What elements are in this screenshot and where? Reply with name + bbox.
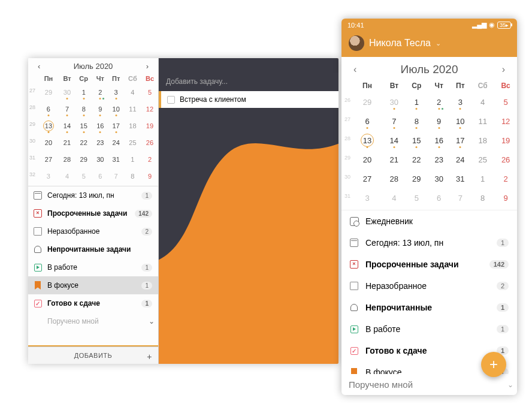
calendar-day[interactable]: 2: [494, 169, 517, 188]
filter-item[interactable]: Неразобранное2: [341, 275, 517, 297]
calendar-day[interactable]: 19: [494, 131, 517, 150]
calendar-day[interactable]: 27: [351, 169, 383, 188]
filter-item[interactable]: Неразобранное2: [28, 222, 158, 240]
calendar-day[interactable]: 17: [449, 131, 471, 150]
filter-item[interactable]: В работе1: [28, 258, 158, 276]
filter-item[interactable]: В работе1: [341, 318, 517, 340]
calendar-day[interactable]: 29: [38, 84, 59, 101]
calendar-day[interactable]: 8: [471, 188, 494, 207]
calendar-day[interactable]: 9: [428, 111, 450, 131]
calendar-day[interactable]: 16: [92, 117, 108, 134]
calendar-day[interactable]: 5: [141, 84, 158, 101]
calendar-day[interactable]: 22: [75, 134, 92, 151]
calendar-day[interactable]: 31: [449, 169, 471, 188]
calendar-day[interactable]: 2: [92, 84, 108, 101]
calendar-day[interactable]: 7: [108, 168, 123, 185]
calendar-day[interactable]: 2: [141, 151, 158, 168]
calendar-day[interactable]: 29: [405, 169, 428, 188]
calendar-day[interactable]: 24: [108, 134, 123, 151]
calendar-day[interactable]: 18: [471, 131, 494, 150]
calendar-day[interactable]: 9: [92, 101, 108, 117]
calendar-day[interactable]: 10: [108, 101, 123, 117]
m-next-month-button[interactable]: ›: [498, 61, 509, 79]
calendar-day[interactable]: 15: [75, 117, 92, 134]
prev-month-button[interactable]: ‹: [35, 59, 43, 73]
calendar-day[interactable]: 13: [38, 117, 59, 134]
m-prev-month-button[interactable]: ‹: [350, 61, 360, 79]
filter-item[interactable]: ✓Готово к сдаче1: [28, 294, 158, 312]
calendar-day[interactable]: 9: [141, 168, 158, 185]
calendar-day[interactable]: 30: [428, 169, 450, 188]
filter-item[interactable]: Ежедневник: [341, 210, 517, 232]
calendar-day[interactable]: 4: [59, 168, 75, 185]
calendar-day[interactable]: 21: [59, 134, 75, 151]
calendar-day[interactable]: 1: [471, 169, 494, 188]
task-checkbox[interactable]: [167, 96, 175, 104]
calendar-day[interactable]: 16: [428, 131, 450, 150]
calendar-day[interactable]: 21: [383, 150, 405, 169]
fab-add-button[interactable]: +: [481, 352, 506, 377]
add-button[interactable]: ДОБАВИТЬ +: [28, 346, 158, 364]
user-header[interactable]: Никола Тесла ⌄: [341, 31, 517, 57]
calendar-day[interactable]: 11: [471, 111, 494, 131]
calendar-day[interactable]: 31: [108, 151, 123, 168]
add-task-input[interactable]: Добавить задачу...: [159, 73, 338, 91]
calendar-day[interactable]: 8: [124, 168, 141, 185]
task-row[interactable]: Встреча с клиентом: [159, 91, 338, 108]
calendar-day[interactable]: 3: [351, 188, 383, 207]
calendar-day[interactable]: 25: [471, 150, 494, 169]
filter-item[interactable]: Непрочитанные1: [341, 297, 517, 318]
calendar-day[interactable]: 3: [38, 168, 59, 185]
calendar-day[interactable]: 12: [494, 111, 517, 131]
calendar-day[interactable]: 7: [383, 111, 405, 131]
calendar-day[interactable]: 29: [351, 92, 383, 111]
calendar-day[interactable]: 6: [38, 101, 59, 117]
calendar-day[interactable]: 28: [59, 151, 75, 168]
calendar-day[interactable]: 4: [471, 92, 494, 111]
filter-item[interactable]: В фокусе1: [28, 276, 158, 294]
calendar-day[interactable]: 14: [59, 117, 75, 134]
calendar-day[interactable]: 11: [124, 101, 141, 117]
calendar-day[interactable]: 6: [92, 168, 108, 185]
filter-item[interactable]: Сегодня: 13 июл, пн1: [28, 186, 158, 204]
calendar-day[interactable]: 15: [405, 131, 428, 150]
calendar-day[interactable]: 6: [428, 188, 450, 207]
calendar-day[interactable]: 5: [75, 168, 92, 185]
calendar-day[interactable]: 26: [141, 134, 158, 151]
calendar-day[interactable]: 7: [449, 188, 471, 207]
calendar-day[interactable]: 12: [141, 101, 158, 117]
calendar-day[interactable]: 30: [59, 84, 75, 101]
calendar-day[interactable]: 3: [449, 92, 471, 111]
calendar-day[interactable]: 1: [405, 92, 428, 111]
calendar-day[interactable]: 13: [351, 131, 383, 150]
calendar-day[interactable]: 10: [449, 111, 471, 131]
assigned-by-me-row[interactable]: Поручено мной ⌄: [341, 374, 517, 395]
calendar-day[interactable]: 2: [428, 92, 450, 111]
calendar-day[interactable]: 18: [124, 117, 141, 134]
calendar-day[interactable]: 25: [124, 134, 141, 151]
calendar-day[interactable]: 8: [405, 111, 428, 131]
calendar-day[interactable]: 1: [124, 151, 141, 168]
calendar-day[interactable]: 29: [75, 151, 92, 168]
calendar-day[interactable]: 30: [383, 92, 405, 111]
filter-item[interactable]: Сегодня: 13 июл, пн1: [341, 232, 517, 254]
calendar-day[interactable]: 6: [351, 111, 383, 131]
calendar-day[interactable]: 5: [405, 188, 428, 207]
calendar-day[interactable]: 5: [494, 92, 517, 111]
calendar-day[interactable]: 20: [38, 134, 59, 151]
filter-item[interactable]: ×Просроченные задачи142: [341, 254, 517, 275]
calendar-day[interactable]: 4: [124, 84, 141, 101]
calendar-day[interactable]: 4: [383, 188, 405, 207]
calendar-day[interactable]: 9: [494, 188, 517, 207]
calendar-day[interactable]: 14: [383, 131, 405, 150]
calendar-day[interactable]: 23: [428, 150, 450, 169]
calendar-day[interactable]: 3: [108, 84, 123, 101]
calendar-day[interactable]: 1: [75, 84, 92, 101]
calendar-day[interactable]: 28: [383, 169, 405, 188]
calendar-day[interactable]: 27: [38, 151, 59, 168]
calendar-day[interactable]: 24: [449, 150, 471, 169]
filter-item[interactable]: Поручено мной⌄: [28, 312, 158, 330]
calendar-day[interactable]: 20: [351, 150, 383, 169]
calendar-day[interactable]: 8: [75, 101, 92, 117]
next-month-button[interactable]: ›: [144, 59, 151, 73]
